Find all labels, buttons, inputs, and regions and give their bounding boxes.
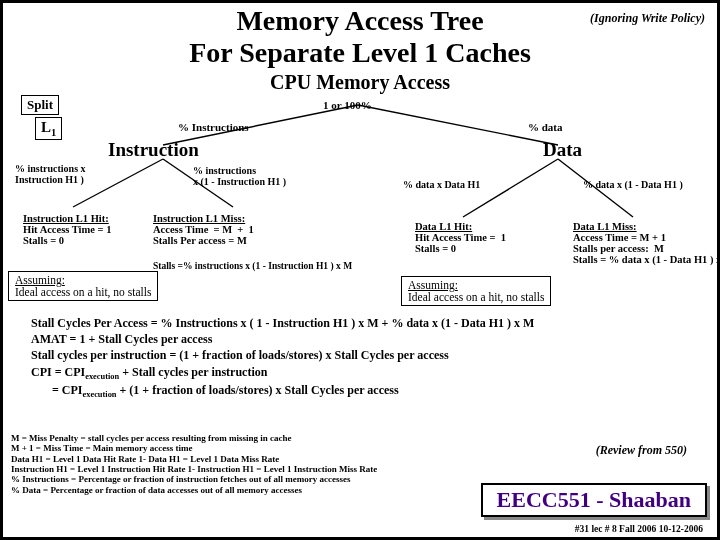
annotation-ignoring-write-policy: (Ignoring Write Policy) [590, 11, 705, 26]
slide-info: #31 lec # 8 Fall 2006 10-12-2006 [575, 524, 703, 534]
branch-frac-data-miss: % data x (1 - Data H1 ) [583, 179, 683, 190]
leaf-instr-hit: Instruction L1 Hit: Hit Access Time = 1 … [23, 213, 111, 246]
leaf-instr-miss: Instruction L1 Miss: Access Time = M + 1… [153, 213, 254, 246]
branch-frac-instr-miss: % instructions x (1 - Instruction H1 ) [193, 165, 286, 187]
subtitle-cpu-memory-access: CPU Memory Access [3, 71, 717, 94]
formulas-block: Stall Cycles Per Access = % Instructions… [31, 315, 534, 401]
tree-lines [3, 97, 720, 297]
pct-instructions-label: % Instructions [178, 121, 249, 133]
definitions-block: M = Miss Penalty = stall cycles per acce… [11, 433, 377, 495]
svg-line-2 [73, 159, 163, 207]
section-instruction: Instruction [108, 139, 199, 161]
section-data: Data [543, 139, 582, 161]
leaf-data-miss: Data L1 Miss: Access Time = M + 1 Stalls… [573, 221, 720, 265]
branch-frac-instr-hit: % instructions x Instruction H1 ) [15, 163, 86, 185]
split-box: Split [21, 95, 59, 115]
review-note: (Review from 550) [596, 443, 687, 458]
title-line2: For Separate Level 1 Caches [189, 37, 531, 68]
l1-box: L1 [35, 117, 62, 140]
assume-box-right: Assuming:Ideal access on a hit, no stall… [401, 276, 551, 306]
title-line1: Memory Access Tree [236, 5, 483, 36]
assume-box-left: Assuming:Ideal access on a hit, no stall… [8, 271, 158, 301]
branch-frac-data-hit: % data x Data H1 [403, 179, 480, 190]
root-probability: 1 or 100% [323, 99, 372, 111]
leaf-data-hit: Data L1 Hit: Hit Access Time = 1 Stalls … [415, 221, 506, 254]
pct-data-label: % data [528, 121, 563, 133]
course-footer: EECC551 - Shaaban [481, 483, 707, 517]
stalls-formula-instr-miss: Stalls =% instructions x (1 - Instructio… [153, 261, 352, 271]
